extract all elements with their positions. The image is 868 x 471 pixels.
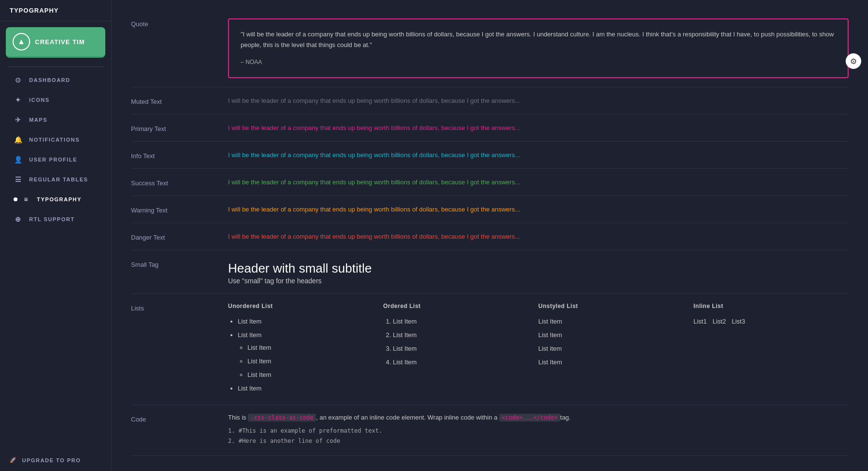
primary-label: Primary Text	[131, 123, 228, 132]
quote-box: "I will be the leader of a company that …	[228, 18, 849, 78]
sidebar-nav: ⊙ DASHBOARD ✦ ICONS ✈ MAPS 🔔 NOTIFICATIO…	[0, 70, 111, 229]
small-tag-content: Header with small subtitle Use "small" t…	[228, 261, 849, 285]
small-tag-label: Small Tag	[131, 259, 228, 268]
upgrade-button[interactable]: 🚀 UPGRADE TO PRO	[10, 457, 101, 463]
nested-list: List Item List Item List Item	[238, 341, 383, 381]
small-tag-row: Small Tag Header with small subtitle Use…	[131, 250, 849, 294]
code-mid: , an example of an inline code element. …	[316, 414, 499, 421]
list-item: List Item	[247, 369, 383, 381]
sidebar-label-maps: MAPS	[29, 117, 48, 123]
info-content: I will be the leader of a company that e…	[228, 150, 849, 159]
list-item: List Item	[393, 342, 539, 355]
info-text-row: Info Text I will be the leader of a comp…	[131, 142, 849, 169]
sidebar: TYPOGRAPHY ▲ CREATIVE TIM ⊙ DASHBOARD ✦ …	[0, 0, 112, 471]
ordered-list: List Item List Item List Item List Item	[383, 315, 539, 369]
unstyled-list-col: Unstyled List List Item List Item List i…	[539, 303, 694, 396]
sidebar-label-regular-tables: REGULAR TABLES	[29, 177, 88, 182]
user-profile-icon: 👤	[14, 155, 23, 164]
primary-text: I will be the leader of a company that e…	[228, 124, 520, 131]
warning-label: Warning Text	[131, 205, 228, 214]
ordered-list-col: Ordered List List Item List Item List It…	[383, 303, 539, 396]
maps-icon: ✈	[14, 115, 23, 125]
sidebar-label-typography: TYPOGRAPHY	[37, 196, 82, 202]
muted-text-row: Muted Text I will be the leader of a com…	[131, 87, 849, 114]
code-end: tag.	[560, 414, 571, 421]
success-label: Success Text	[131, 178, 228, 187]
sidebar-label-user-profile: USER PROFILE	[29, 157, 77, 162]
code-line-1: 1. #This is an example of preformatted t…	[228, 426, 849, 437]
quote-label: Quote	[131, 18, 228, 28]
muted-text: I will be the leader of a company that e…	[228, 97, 520, 104]
sidebar-label-notifications: NOTIFICATIONS	[29, 137, 80, 143]
danger-text: I will be the leader of a company that e…	[228, 233, 520, 240]
sidebar-item-rtl-support[interactable]: ⊕ RTL SUPPORT	[4, 210, 107, 229]
sidebar-item-regular-tables[interactable]: ☰ REGULAR TABLES	[4, 170, 107, 189]
code-line-2: 2. #Here is another line of code	[228, 436, 849, 447]
icons-icon: ✦	[14, 95, 23, 105]
info-text: I will be the leader of a company that e…	[228, 151, 520, 159]
regular-tables-icon: ☰	[14, 175, 23, 184]
warning-text: I will be the leader of a company that e…	[228, 206, 520, 213]
code-content: This is .css-class-as-code, an example o…	[228, 414, 849, 447]
sidebar-item-notifications[interactable]: 🔔 NOTIFICATIONS	[4, 130, 107, 149]
sidebar-item-icons[interactable]: ✦ ICONS	[4, 90, 107, 110]
inline-list: List1 List2 List3	[693, 315, 849, 329]
quote-text: "I will be the leader of a company that …	[241, 31, 834, 49]
list-item: List item	[539, 342, 694, 355]
list-item: List Item	[238, 315, 383, 328]
info-label: Info Text	[131, 150, 228, 160]
sidebar-item-dashboard[interactable]: ⊙ DASHBOARD	[4, 70, 107, 90]
list-item: List3	[732, 315, 745, 328]
sidebar-item-typography[interactable]: ≡ TYPOGRAPHY	[4, 190, 107, 209]
typography-icon: ≡	[21, 195, 31, 204]
warning-text-row: Warning Text I will be the leader of a c…	[131, 196, 849, 223]
brand[interactable]: ▲ CREATIVE TIM	[6, 27, 105, 58]
inline-list-header: Inline List	[693, 303, 849, 309]
notifications-icon: 🔔	[14, 135, 23, 145]
unstyled-list: List Item List Item List item List Item	[539, 315, 694, 369]
brand-icon: ▲	[13, 33, 30, 50]
quote-content: "I will be the leader of a company that …	[228, 18, 849, 78]
list-item: List Item	[247, 355, 383, 368]
quote-row: Quote "I will be the leader of a company…	[131, 10, 849, 87]
header-title: Header with small subtitle	[228, 261, 849, 276]
sidebar-label-rtl-support: RTL SUPPORT	[29, 216, 75, 222]
warning-content: I will be the leader of a company that e…	[228, 205, 849, 213]
danger-content: I will be the leader of a company that e…	[228, 232, 849, 241]
success-content: I will be the leader of a company that e…	[228, 178, 849, 186]
list-item: List1	[693, 315, 706, 328]
settings-button[interactable]: ⚙	[846, 53, 861, 69]
primary-content: I will be the leader of a company that e…	[228, 123, 849, 132]
list-item: List Item	[539, 356, 694, 369]
page-title: TYPOGRAPHY	[0, 0, 111, 21]
upgrade-label: UPGRADE TO PRO	[22, 457, 81, 463]
upgrade-icon: 🚀	[10, 457, 17, 463]
danger-label: Danger Text	[131, 232, 228, 241]
unordered-list: List Item List Item List Item List Item …	[228, 315, 383, 395]
list-item: List Item	[539, 329, 694, 341]
code-tag-example: <code>...</code>	[499, 414, 560, 422]
sidebar-label-dashboard: DASHBOARD	[29, 77, 70, 83]
lists-row: Lists Unordered List List Item List Item…	[131, 294, 849, 405]
unordered-list-col: Unordered List List Item List Item List …	[228, 303, 383, 396]
muted-content: I will be the leader of a company that e…	[228, 96, 849, 105]
code-label: Code	[131, 414, 228, 423]
list-item: List Item	[393, 356, 539, 369]
code-description: This is .css-class-as-code, an example o…	[228, 414, 849, 421]
upgrade-section: 🚀 UPGRADE TO PRO	[0, 449, 111, 471]
dashboard-icon: ⊙	[14, 75, 23, 85]
lists-content: Unordered List List Item List Item List …	[228, 303, 849, 396]
list-item: List Item	[393, 329, 539, 341]
unstyled-list-header: Unstyled List	[539, 303, 694, 309]
list-item: List2	[713, 315, 726, 328]
lists-label: Lists	[131, 303, 228, 312]
sidebar-item-user-profile[interactable]: 👤 USER PROFILE	[4, 150, 107, 169]
code-inline-example: .css-class-as-code	[248, 414, 316, 422]
list-item: List Item	[539, 315, 694, 328]
primary-text-row: Primary Text I will be the leader of a c…	[131, 114, 849, 142]
sidebar-item-maps[interactable]: ✈ MAPS	[4, 110, 107, 130]
danger-text-row: Danger Text I will be the leader of a co…	[131, 223, 849, 250]
header-subtitle: Use "small" tag for the headers	[228, 277, 849, 285]
muted-label: Muted Text	[131, 96, 228, 105]
active-indicator	[14, 197, 17, 201]
